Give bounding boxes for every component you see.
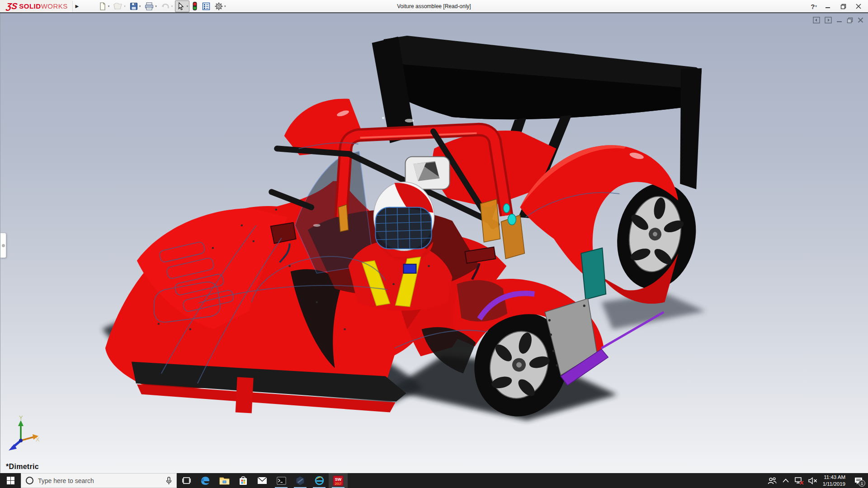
quick-access-toolbar: ▾ ▾ ▾ ▾ [97,0,227,12]
triad-x-label: X [36,436,40,443]
rear-wheel [609,177,704,296]
command-prompt-icon [277,477,286,485]
file-explorer-icon [219,476,230,485]
file-properties-button[interactable] [200,0,212,12]
solidworks-taskbar-button[interactable]: SW 2017 [329,473,348,488]
file-explorer-button[interactable] [215,473,234,488]
help-button[interactable]: ?▾ [808,1,819,12]
close-icon [856,4,861,9]
taskbar-apps: SW 2017 [177,473,348,488]
minimize-button[interactable] [821,1,835,12]
save-floppy-icon [129,2,138,11]
volume-muted-icon [808,477,817,484]
clock-time: 11:43 AM [823,474,845,481]
doc-close-icon [858,17,863,23]
edge-icon [200,476,210,486]
tray-overflow-button[interactable] [779,473,792,488]
rebuild-traffic-light-icon [192,1,198,11]
graphics-viewport[interactable]: Y X *Dimetric [0,13,868,473]
internet-explorer-button[interactable] [310,473,329,488]
minimize-icon [825,4,830,9]
titlebar: ƷS SOLIDWORKS ▶ ▾ ▾ ▾ [0,0,868,13]
dropdown-caret[interactable]: ▾ [139,5,141,8]
dropdown-caret[interactable]: ▾ [155,5,157,8]
store-button[interactable] [234,473,253,488]
action-center-button[interactable]: 1 [850,473,867,488]
dropdown-caret[interactable]: ▾ [224,5,226,8]
close-button[interactable] [852,1,865,12]
mail-button[interactable] [253,473,272,488]
race-car-model-render[interactable] [0,13,868,473]
orientation-triad: Y X [4,414,40,452]
people-button[interactable] [766,473,778,488]
doc-restore-button[interactable] [847,17,853,23]
chevron-up-icon [783,479,789,483]
pane-previous-button[interactable] [813,17,820,23]
dropdown-caret[interactable]: ▾ [124,5,126,8]
pane-right-arrow-icon [825,17,832,23]
pane-left-arrow-icon [813,17,820,23]
restore-button[interactable] [836,1,850,12]
svg-text:SW: SW [335,477,342,482]
panel-tab-dot-icon [2,244,5,247]
new-document-button[interactable]: ▾ [97,0,111,12]
doc-close-button[interactable] [858,17,863,23]
network-status-button[interactable] [793,473,806,488]
view-orientation-label: *Dimetric [6,463,39,471]
solidworks-logo: ƷS SOLIDWORKS [0,0,72,12]
svg-text:2017: 2017 [335,482,342,485]
print-icon [144,2,154,11]
edrawings-button[interactable] [291,473,310,488]
windows-taskbar: Type here to search [0,473,868,488]
undo-arrow-icon [160,2,170,11]
search-input[interactable]: Type here to search [21,473,177,488]
select-button[interactable]: ▾ [175,0,189,12]
notification-badge: 1 [859,480,865,487]
options-button[interactable]: ▾ [213,0,227,12]
edge-button[interactable] [196,473,215,488]
select-cursor-icon [176,2,185,11]
toolbar-flyout-arrow[interactable]: ▶ [72,1,81,12]
system-tray: 11:43 AM 1/11/2019 1 [766,473,868,488]
open-button[interactable]: ▾ [112,0,127,12]
task-view-button[interactable] [177,473,196,488]
open-folder-icon [113,2,123,11]
feature-manager-collapsed-tab[interactable] [0,233,6,258]
edrawings-hexagon-icon [295,476,305,486]
internet-explorer-icon [314,475,325,486]
window-controls: ?▾ [808,0,865,13]
network-disconnected-icon [795,477,804,485]
doc-minimize-icon [836,17,842,23]
clock-date: 1/11/2019 [823,481,845,488]
command-prompt-button[interactable] [272,473,291,488]
windows-logo-icon [7,477,14,484]
doc-minimize-button[interactable] [836,17,842,23]
task-view-icon [182,476,191,485]
restore-icon [840,4,846,9]
triad-y-label: Y [19,414,23,421]
microphone-icon[interactable] [166,477,172,485]
dropdown-caret[interactable]: ▾ [108,5,110,8]
undo-button[interactable]: ▾ [159,0,175,12]
help-caret[interactable]: ▾ [815,5,817,8]
people-icon [768,477,777,484]
dropdown-caret[interactable]: ▾ [171,5,173,8]
taskbar-clock[interactable]: 11:43 AM 1/11/2019 [820,474,849,488]
dropdown-caret[interactable]: ▾ [186,5,188,8]
helmet-visor [374,206,434,250]
pane-next-button[interactable] [825,17,832,23]
options-gear-icon [214,2,223,11]
doc-restore-icon [847,17,853,23]
search-placeholder: Type here to search [38,477,161,484]
solidworks-app-icon: SW 2017 [333,475,344,486]
start-button[interactable] [0,473,21,488]
cortana-icon [26,477,33,484]
rebuild-button[interactable] [190,0,199,12]
file-properties-icon [202,2,211,11]
print-button[interactable]: ▾ [143,0,158,12]
volume-button[interactable] [807,473,819,488]
document-window-controls [813,17,863,23]
save-button[interactable]: ▾ [128,0,142,12]
store-icon [239,476,248,485]
logo-solid-text: SOLID [19,2,41,10]
